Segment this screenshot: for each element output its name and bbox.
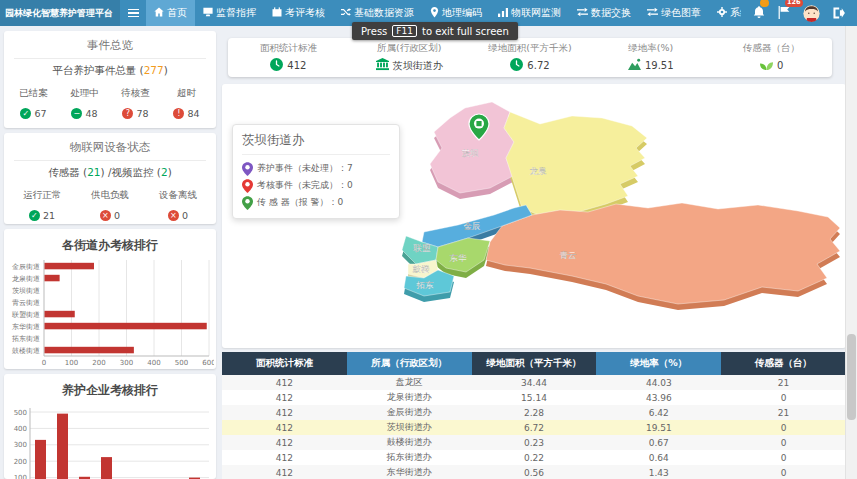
table-row[interactable]: 412茨坝街道办6.7219.510 — [222, 420, 846, 435]
stat-label: 超时 — [161, 87, 212, 100]
user-avatar[interactable] — [803, 5, 820, 22]
table-cell: 0 — [721, 435, 846, 450]
scrollbar-thumb[interactable] — [847, 334, 856, 420]
map-region[interactable] — [486, 203, 840, 304]
check-circle-icon: ✓ — [20, 108, 31, 119]
stat-value: −48 — [59, 108, 110, 119]
table-cell: 34.44 — [472, 375, 597, 390]
column-header[interactable]: 面积统计标准 — [222, 352, 347, 375]
bar — [101, 457, 112, 479]
summary-card-green-area: 绿地面积(平方千米) 6.72 — [470, 42, 591, 73]
table-cell: 东华街道办 — [347, 465, 472, 479]
popup-item-text: 养护事件（未处理）：7 — [257, 160, 353, 177]
table-body: 412盘龙区34.4444.0321412龙泉街道办15.1443.960412… — [222, 375, 846, 479]
summary-card-green-rate: 绿地率(%) 19.51 — [590, 42, 711, 73]
table-cell: 拓东街道办 — [347, 450, 472, 465]
nav-tab-label: 考评考核 — [285, 6, 325, 20]
nav-tab-green-stamp[interactable]: 绿色图章 — [639, 0, 709, 26]
app-title: 园林绿化智慧养护管理平台 — [5, 7, 113, 20]
column-header[interactable]: 传感器（台） — [721, 352, 846, 375]
bank-icon — [376, 58, 389, 73]
messages-flag-button[interactable]: 126 — [778, 4, 790, 23]
district-map: 茨坝龙泉青云金辰联盟东华鼓楼拓东 — [400, 98, 846, 320]
table-cell: 412 — [222, 375, 347, 390]
logout-button[interactable] — [833, 4, 845, 23]
table-row[interactable]: 412鼓楼街道办0.230.670 — [222, 435, 846, 450]
table-row[interactable]: 412龙泉街道办15.1443.960 — [222, 390, 846, 405]
stat-label: 供电负载 — [76, 189, 144, 202]
nav-tab-system-admin[interactable]: 系统管理 — [709, 0, 741, 26]
bar — [45, 347, 134, 354]
table-cell: 盘龙区 — [347, 375, 472, 390]
tooltip-text: to exit full screen — [422, 26, 509, 37]
page-scrollbar[interactable] — [845, 26, 857, 479]
iot-device-counts: 传感器 (21) /视频监控 (2) — [4, 166, 216, 180]
summary-card-area-standard: 面积统计标准 412 — [228, 42, 349, 73]
summary-card-label: 传感器（台） — [711, 42, 832, 55]
nav-tab-home[interactable]: 首页 — [146, 0, 195, 26]
table-row[interactable]: 412拓东街道办0.220.640 — [222, 450, 846, 465]
notifications-bell-button[interactable]: 8 — [753, 4, 765, 23]
exchange-icon — [647, 7, 658, 19]
table-cell: 0.23 — [472, 435, 597, 450]
nav-tab-supervision[interactable]: 监督指挥 — [195, 0, 264, 26]
svg-text:100: 100 — [65, 359, 78, 367]
bar — [35, 440, 46, 479]
map-region-label: 鼓楼 — [413, 264, 431, 274]
stat-item: 设备离线×0 — [144, 189, 212, 221]
nav-right-icons: 8 126 — [741, 0, 857, 26]
greening-table: 面积统计标准所属（行政区划）绿地面积（平方千米）绿地率（%）传感器（台） 412… — [222, 352, 846, 479]
summary-card-label: 所属(行政区划) — [349, 42, 470, 55]
column-header[interactable]: 绿地面积（平方千米） — [472, 352, 597, 375]
svg-text:600: 600 — [202, 359, 214, 367]
nav-tab-label: 物联网监测 — [511, 6, 561, 20]
table-cell: 0 — [721, 420, 846, 435]
table-row[interactable]: 412盘龙区34.4444.0321 — [222, 375, 846, 390]
menu-toggle-button[interactable] — [120, 0, 146, 26]
bar — [57, 414, 68, 479]
column-header[interactable]: 所属（行政区划） — [347, 352, 472, 375]
table-cell: 15.14 — [472, 390, 597, 405]
table-row[interactable]: 412东华街道办0.561.430 — [222, 465, 846, 479]
sign-out-icon — [833, 4, 845, 23]
panel-title: 物联网设备状态 — [14, 133, 206, 161]
table-head-row: 面积统计标准所属（行政区划）绿地面积（平方千米）绿地率（%）传感器（台） — [222, 352, 846, 375]
bar — [45, 323, 207, 330]
table-cell: 金辰街道办 — [347, 405, 472, 420]
map-region-label: 金辰 — [464, 221, 481, 231]
clock-icon — [510, 58, 523, 73]
table-row[interactable]: 412金辰街道办2.286.4221 — [222, 405, 846, 420]
random-icon — [341, 7, 351, 19]
map-region[interactable] — [504, 112, 647, 219]
map-region-label: 东华 — [450, 253, 468, 263]
svg-text:联盟街道: 联盟街道 — [12, 311, 40, 319]
table-cell: 6.42 — [596, 405, 721, 420]
popup-items: 养护事件（未处理）：7考核事件（未完成）：0传 感 器（报 警）：0 — [242, 160, 390, 211]
pin-icon — [242, 179, 253, 193]
street-ranking-panel: 各街道办考核排行 0100200300400500600金辰街道龙泉街道茨坝街道… — [4, 229, 216, 369]
table-cell: 1.43 — [596, 465, 721, 479]
stat-item: 供电负载×0 — [76, 189, 144, 221]
table-cell: 0 — [721, 450, 846, 465]
stat-label: 待核查 — [110, 87, 161, 100]
popup-item: 养护事件（未处理）：7 — [242, 160, 390, 177]
nav-tab-assessment[interactable]: 考评考核 — [264, 0, 333, 26]
app-logo[interactable]: 园林绿化智慧养护管理平台 — [0, 0, 120, 26]
svg-text:500: 500 — [14, 409, 27, 417]
stat-label: 处理中 — [59, 87, 110, 100]
map-popup: 茨坝街道办 养护事件（未处理）：7考核事件（未完成）：0传 感 器（报 警）：0 — [232, 124, 400, 219]
svg-text:拓东街道: 拓东街道 — [11, 335, 40, 343]
nav-tab-data-exchange[interactable]: 数据交换 — [569, 0, 639, 26]
summary-card-value: 412 — [287, 60, 306, 71]
table-cell: 21 — [721, 375, 846, 390]
summary-card-label: 面积统计标准 — [228, 42, 349, 55]
table-cell: 龙泉街道办 — [347, 390, 472, 405]
map-region-label: 茨坝 — [462, 148, 480, 158]
stat-label: 设备离线 — [144, 189, 212, 202]
column-header[interactable]: 绿地率（%） — [596, 352, 721, 375]
check-circle-icon: ✓ — [29, 210, 40, 221]
svg-text:400: 400 — [14, 425, 27, 433]
exchange-icon — [577, 7, 588, 19]
table-cell: 412 — [222, 465, 347, 479]
summary-card-value: 19.51 — [645, 60, 674, 71]
